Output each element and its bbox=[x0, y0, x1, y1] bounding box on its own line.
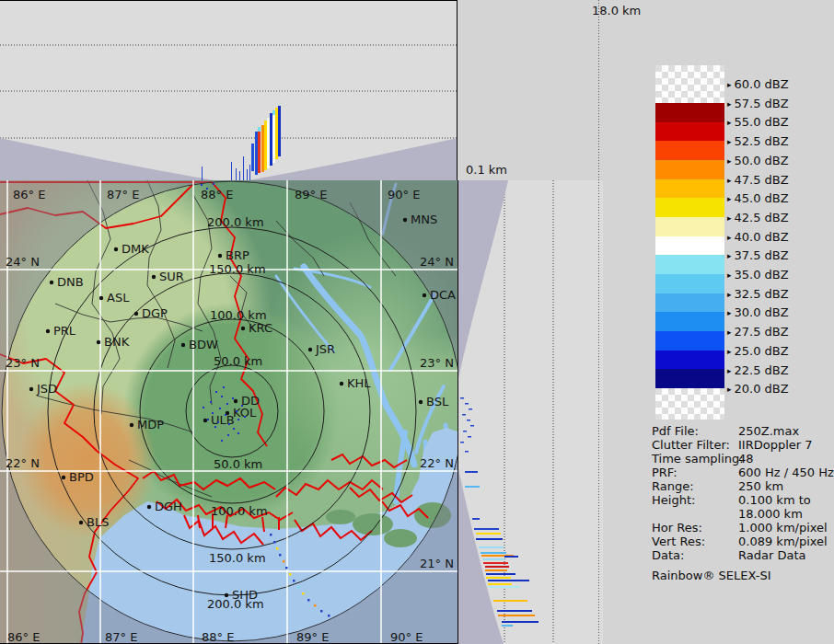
echo-profile-bar bbox=[483, 562, 508, 564]
longitude-label: 89° E bbox=[295, 188, 327, 201]
dbz-level-label: ▸30.0 dBZ bbox=[727, 305, 789, 319]
city-dot bbox=[423, 293, 426, 297]
latitude-label: 22° N bbox=[420, 456, 454, 470]
echo-pixel bbox=[210, 401, 212, 403]
dbz-swatch bbox=[655, 369, 724, 388]
echo-profile-bars bbox=[202, 106, 281, 180]
beam-envelope-bottom bbox=[458, 465, 504, 644]
metadata-value: 600 Hz / 450 Hz bbox=[738, 466, 834, 479]
city-label: BRP bbox=[226, 248, 249, 262]
echo-profile-bar bbox=[474, 528, 499, 530]
longitude-label: 87° E bbox=[105, 630, 137, 644]
dbz-level-label: ▸45.0 dBZ bbox=[727, 191, 789, 205]
dbz-swatch bbox=[655, 217, 724, 236]
echo-pixel bbox=[214, 426, 216, 428]
echo-pixel bbox=[201, 184, 203, 186]
echo-pixel bbox=[276, 547, 279, 550]
echo-speckle bbox=[465, 403, 469, 405]
city-dot bbox=[46, 329, 50, 333]
metadata-value: 250Z.max bbox=[738, 424, 799, 438]
echo-pixel bbox=[219, 408, 221, 409]
metadata-label: Hor Res: bbox=[652, 521, 738, 535]
metadata-label: Range: bbox=[652, 479, 738, 493]
range-ring-label: 150.0 km bbox=[209, 551, 266, 565]
metadata-row: Height:0.100 km to bbox=[652, 493, 834, 507]
echo-profile-bar bbox=[476, 533, 501, 535]
city-dot bbox=[99, 296, 103, 300]
echo-pixel bbox=[289, 573, 292, 576]
dbz-swatch bbox=[655, 179, 724, 198]
echo-pixel bbox=[215, 391, 217, 393]
city-dot bbox=[152, 275, 156, 279]
city-label: JSR bbox=[315, 342, 335, 356]
max-height-label: 18.0 km bbox=[592, 4, 641, 17]
dbz-level-label: ▸60.0 dBZ bbox=[727, 77, 789, 91]
metadata-value: Radar Data bbox=[738, 548, 805, 562]
dbz-swatch bbox=[655, 160, 724, 179]
echo-profile-bar bbox=[258, 127, 261, 132]
metadata-row: 18.000 km bbox=[652, 507, 834, 521]
dbz-swatch bbox=[655, 255, 724, 274]
echo-profile-bar bbox=[278, 106, 281, 156]
echo-pixel bbox=[283, 560, 285, 563]
city-label: JSD bbox=[36, 382, 57, 396]
metadata-row: Range:250 km bbox=[652, 479, 834, 493]
echo-profile-bar bbox=[498, 615, 535, 616]
tick-arrow-icon: ▸ bbox=[727, 366, 732, 375]
dbz-level-label: ▸20.0 dBZ bbox=[727, 382, 789, 396]
city-label: PRL bbox=[53, 324, 76, 338]
echo-profile-bar bbox=[258, 132, 261, 173]
metadata-row: Pdf File:250Z.max bbox=[652, 424, 834, 438]
city-dot bbox=[181, 343, 185, 347]
dbz-level-label: ▸55.0 dBZ bbox=[727, 115, 789, 129]
product-metadata: Pdf File:250Z.maxClutter Filter:IIRDoppl… bbox=[652, 424, 834, 582]
dbz-swatch bbox=[655, 236, 724, 255]
echo-pixel bbox=[223, 386, 225, 388]
echo-pixel bbox=[207, 419, 209, 420]
city-dot bbox=[79, 521, 83, 524]
city-label: BDW bbox=[189, 338, 218, 351]
metadata-row: Time sampling:48 bbox=[652, 452, 834, 466]
echo-speckle bbox=[468, 436, 471, 438]
city-label: BNK bbox=[104, 335, 130, 349]
range-ring-label: 150.0 km bbox=[209, 262, 266, 276]
longitude-label: 88° E bbox=[202, 630, 234, 644]
dbz-swatch bbox=[655, 122, 724, 141]
tick-arrow-icon: ▸ bbox=[727, 270, 732, 280]
echo-pixel bbox=[225, 414, 226, 416]
height-gridline-full bbox=[598, 0, 599, 644]
city-dot bbox=[419, 400, 423, 404]
city-dot bbox=[218, 254, 222, 258]
metadata-label: PRF: bbox=[652, 466, 738, 479]
dbz-level-label: ▸32.5 dBZ bbox=[727, 287, 789, 301]
echo-pixel bbox=[237, 432, 239, 434]
tick-arrow-icon: ▸ bbox=[727, 194, 732, 203]
city-label: BLS bbox=[87, 515, 109, 529]
range-ring-label: 50.0 km bbox=[214, 457, 262, 471]
city-dot bbox=[97, 340, 100, 344]
echo-pixel bbox=[328, 615, 330, 617]
latitude-label: 21° N bbox=[420, 557, 454, 570]
city-label: ULB bbox=[211, 413, 235, 427]
echo-speckle bbox=[463, 431, 467, 432]
city-dot bbox=[308, 348, 312, 351]
echo-profile-bar bbox=[247, 169, 248, 180]
city-label: BSL bbox=[426, 395, 449, 408]
echo-profile-bar bbox=[493, 600, 527, 602]
echo-pixel bbox=[279, 554, 282, 557]
top-height-profile-panel bbox=[0, 0, 458, 180]
city-label: KHL bbox=[347, 376, 371, 390]
metadata-label: Data: bbox=[652, 548, 738, 562]
metadata-row: Clutter Filter:IIRDoppler 7 bbox=[652, 438, 834, 452]
radar-display: { "header": {"product": "MAX (dBZ)", "da… bbox=[0, 0, 834, 644]
corner-gap bbox=[458, 0, 603, 180]
range-ring-label: 200.0 km bbox=[207, 215, 264, 229]
echo-profile-bar bbox=[236, 168, 237, 180]
tick-arrow-icon: ▸ bbox=[727, 251, 732, 260]
metadata-value: 48 bbox=[738, 452, 754, 466]
dbz-swatch bbox=[655, 65, 724, 103]
metadata-label: Time sampling: bbox=[652, 452, 738, 466]
echo-profile-bar bbox=[486, 577, 511, 579]
echo-profile-bar bbox=[202, 167, 203, 180]
tick-arrow-icon: ▸ bbox=[727, 347, 732, 356]
